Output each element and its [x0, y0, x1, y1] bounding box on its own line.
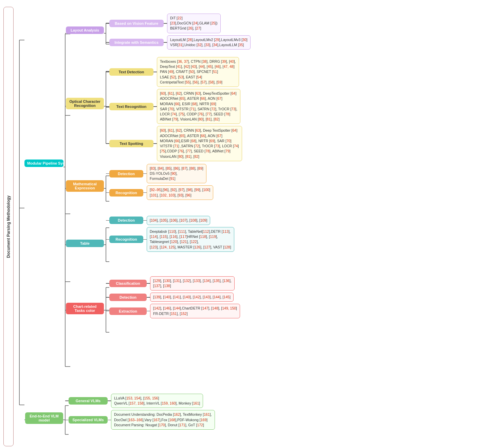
text-recognition-refs: [60], [61], [62], CRNN [63], DeepTextSpo… [157, 89, 240, 124]
table-node: Table [66, 240, 104, 247]
text-spotting-refs: [60], [61], [62], CRNN [63], Deep TextSp… [157, 126, 242, 161]
ocr-node: Optical Character Recognition [66, 98, 104, 109]
chart-node: Chart-related Tasks color [66, 303, 104, 314]
semantics-node: Integrate with Semantics [109, 39, 164, 46]
vision-feature-node: Based on Vision Feature [109, 20, 164, 27]
modular-branch: Modular Pipeline System [24, 14, 251, 387]
table-detection-node: Detection [109, 217, 143, 224]
e2e-node: End-to-End VLM model [25, 412, 63, 424]
vision-feature-refs: DiT [22] [23],DocGCN [24],GLAM [25]) BER… [167, 14, 221, 33]
text-detection-node: Text Detection [109, 68, 153, 76]
table-branch: Table Detection [65, 216, 251, 274]
semantics-refs: LayoutLM [28],LayoutLMv2 [29],LayoutLMv3… [167, 35, 251, 50]
chart-classification-refs: [129], [130], [131], [132], [133], [134]… [150, 276, 235, 291]
root-node: Document Parsing Methodology [3, 7, 14, 446]
math-detection-refs: [83], [84], [85], [86], [87], [88], [89]… [147, 164, 206, 184]
math-recognition-node: Recognition [109, 189, 143, 197]
table-detection-refs: [104], [105], [106], [107], [108], [109] [147, 216, 210, 225]
chart-extraction-refs: [142], [146], [144],ChartDETR [147], [14… [150, 304, 240, 318]
math-branch: Mathematical Expression [65, 164, 251, 213]
math-node: Mathematical Expression [66, 180, 104, 192]
chart-extraction-node: Extraction [109, 307, 147, 315]
math-recognition-refs: [92–95],[96], [92], [97], [98], [99], [1… [147, 185, 213, 200]
specialized-vlm-node: Specialized VLMs [69, 416, 108, 424]
modular-node: Modular Pipeline System [24, 160, 63, 167]
math-detection-node: Detection [109, 170, 143, 178]
chart-detection-node: Detection [109, 294, 147, 301]
layout-node: Layout Analysis [66, 26, 104, 34]
text-detection-refs: Textboxes [36, 37], CTPN [38], DRRG [39]… [157, 57, 239, 87]
tree-container: Document Parsing Methodology Modular Pip… [3, 3, 492, 448]
specialized-vlm-refs: Document Understanding: DocPedia [162], … [111, 410, 215, 430]
text-recognition-node: Text Recognition [109, 103, 153, 110]
table-recognition-node: Recognition [109, 236, 143, 243]
chart-branch: Chart-related Tasks color [65, 276, 251, 344]
chart-detection-refs: [139], [140], [141], [140], [142], [143]… [150, 293, 234, 302]
general-vlm-refs: LLaVA [153, 154], [155, 156] QwenVL [157… [111, 394, 203, 408]
ocr-branch: Optical Character Recognition [65, 57, 251, 161]
e2e-branch: End-to-End VLM model General VLMs LLaV [24, 394, 251, 446]
chart-classification-node: Classification [109, 280, 147, 287]
table-recognition-refs: Deeptabstr [110], [111], TableNet[112],D… [147, 227, 234, 252]
general-vlm-node: General VLMs [69, 397, 108, 405]
layout-branch: Layout Analysis Base [65, 14, 251, 54]
text-spotting-node: Text Spotting [109, 140, 153, 147]
